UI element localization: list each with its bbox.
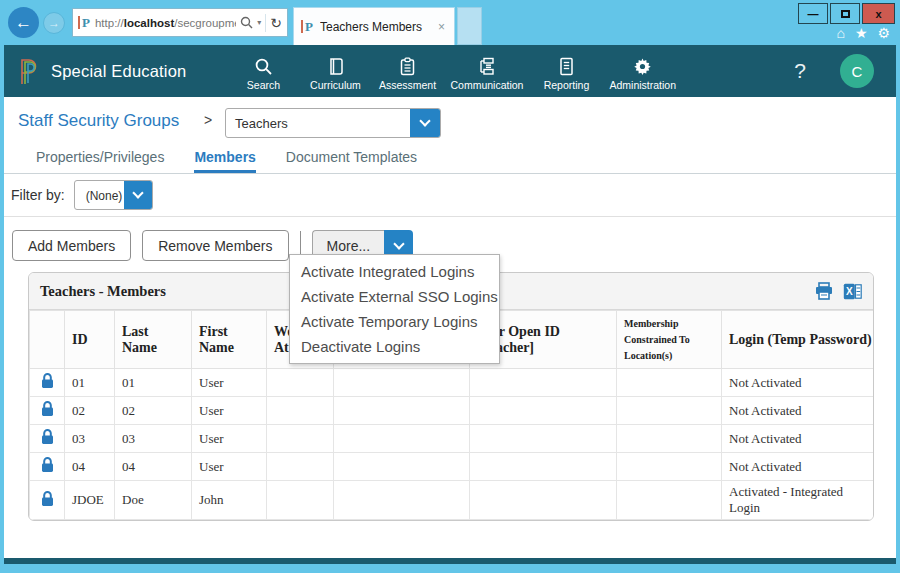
lock-icon [40,490,55,507]
lock-icon [40,400,55,417]
print-icon[interactable] [814,282,834,300]
menu-item-activate-integrated-logins[interactable]: Activate Integrated Logins [290,259,499,284]
menu-item-activate-external-sso-logins[interactable]: Activate External SSO Logins [290,284,499,309]
tab-title: Teachers Members [320,20,436,34]
browser-forward-button[interactable]: → [43,12,65,34]
cell-id: 02 [65,397,115,425]
cell-open-id-admin [334,397,470,425]
nav-item-administration[interactable]: Administration [609,51,676,91]
cell-login: Activated - Integrated Login [722,481,875,520]
window-controls: — x [796,3,895,24]
browser-new-tab-stub[interactable] [457,7,482,45]
reporting-document-icon [557,57,576,76]
table-row[interactable]: 02 02 User Not Activated [30,397,875,425]
cell-first-name: User [192,369,267,397]
close-button[interactable]: x [862,3,895,24]
filter-selector[interactable]: (None) [74,180,153,210]
cell-works-at [267,369,334,397]
cell-works-at [267,397,334,425]
nav-label: Communication [451,79,524,91]
minimize-button[interactable]: — [798,3,828,24]
breadcrumb-row: Staff Security Groups > Teachers [4,97,896,144]
filter-dropdown-button[interactable] [124,181,152,209]
filter-label: Filter by: [11,187,65,203]
search-icon [254,57,273,76]
cell-membership [617,397,722,425]
col-first-name: First Name [192,311,267,369]
lock-icon [40,372,55,389]
nav-label: Search [247,79,280,91]
nav-label: Administration [609,79,676,91]
nav-item-search[interactable]: Search [235,51,293,91]
cell-id: 03 [65,425,115,453]
user-avatar[interactable]: C [840,54,874,88]
cell-open-id-teacher [470,453,617,481]
cell-membership [617,425,722,453]
export-excel-icon[interactable]: X [843,283,862,300]
nav-item-reporting[interactable]: Reporting [537,51,595,91]
cell-membership [617,453,722,481]
cell-first-name: John [192,481,267,520]
communication-flow-icon [477,57,496,76]
url-text: http://localhost/secgroupmembers.a [95,17,236,29]
cell-login: Not Activated [722,369,875,397]
browser-action-icons: ⌂ ★ ⚙ [836,25,890,41]
svg-text:X: X [846,286,853,297]
section-tabs: Properties/Privileges Members Document T… [4,144,896,174]
nav-item-assessment[interactable]: Assessment [379,51,437,91]
nav-item-curriculum[interactable]: Curriculum [307,51,365,91]
address-caret-icon[interactable]: ▾ [257,18,261,27]
nav-label: Curriculum [310,79,361,91]
breadcrumb-separator: > [204,112,212,128]
group-selector[interactable]: Teachers [225,108,441,138]
chevron-down-icon [132,187,143,198]
breadcrumb-link[interactable]: Staff Security Groups [18,111,179,131]
browser-tab-active[interactable]: P Teachers Members × [293,7,455,45]
nav-item-communication[interactable]: Communication [451,51,524,91]
cell-last-name: 04 [115,453,192,481]
group-selector-value: Teachers [226,109,410,137]
menu-item-activate-temporary-logins[interactable]: Activate Temporary Logins [290,309,499,334]
tab-properties-privileges[interactable]: Properties/Privileges [36,144,164,173]
browser-back-button[interactable]: ← [8,7,39,38]
group-selector-dropdown-button[interactable] [410,109,440,137]
col-membership-constrained: Membership Constrained To Location(s) [617,311,722,369]
chevron-down-icon [393,238,404,249]
back-arrow-icon: ← [15,13,32,33]
help-button[interactable]: ? [794,59,806,83]
cell-membership [617,481,722,520]
cell-open-id-admin [334,481,470,520]
maximize-button[interactable] [830,3,860,24]
cell-last-name: 01 [115,369,192,397]
tab-members[interactable]: Members [194,144,255,173]
lock-icon [40,428,55,445]
browser-window: ← → P http://localhost/secgroupmembers.a… [0,0,900,573]
cell-membership [617,369,722,397]
cell-works-at [267,453,334,481]
favorites-star-icon[interactable]: ★ [855,25,868,41]
address-bar[interactable]: P http://localhost/secgroupmembers.a ▾ ↻ [72,8,288,37]
cell-login: Not Activated [722,397,875,425]
tab-close-icon[interactable]: × [436,20,447,34]
remove-members-button[interactable]: Remove Members [142,230,288,261]
site-favicon: P [78,16,90,29]
cell-open-id-teacher [470,397,617,425]
tab-document-templates[interactable]: Document Templates [286,144,417,173]
table-row[interactable]: 03 03 User Not Activated [30,425,875,453]
cell-last-name: 03 [115,425,192,453]
minimize-icon: — [808,8,819,20]
menu-item-deactivate-logins[interactable]: Deactivate Logins [290,334,499,359]
table-row[interactable]: JDOE Doe John Activated - Integrated Log… [30,481,875,520]
add-members-button[interactable]: Add Members [12,230,131,261]
cell-open-id-admin [334,369,470,397]
table-row[interactable]: 01 01 User Not Activated [30,369,875,397]
lock-icon [40,456,55,473]
home-icon[interactable]: ⌂ [836,25,844,41]
refresh-icon[interactable]: ↻ [270,15,282,31]
tools-gear-icon[interactable]: ⚙ [877,25,890,41]
app-logo-icon [18,56,40,86]
col-last-name: Last Name [115,311,192,369]
table-row[interactable]: 04 04 User Not Activated [30,453,875,481]
search-icon[interactable] [240,16,253,29]
page-content: Special Education Search Curriculum Asse… [4,45,896,558]
